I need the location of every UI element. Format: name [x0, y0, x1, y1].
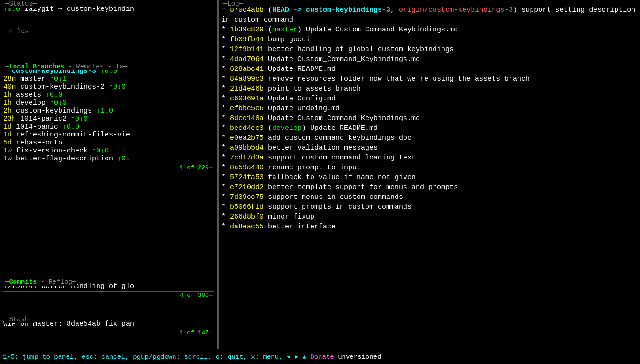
log-line-17: * 5724fa53 fallback to value if name not…	[221, 173, 637, 182]
log-line-16: * 8a59a440 rename prompt to input	[221, 163, 637, 173]
branch-name-rebase: rebase-onto	[12, 139, 62, 147]
commits-title: ─Commits - Reflog─	[4, 278, 77, 286]
branch-row-ckb[interactable]: 2h custom-keybindings ↑1↓0	[3, 107, 214, 115]
branch-row-1014p[interactable]: 1d 1014-panic ↑0↓0	[3, 123, 214, 131]
branch-row-rcfv[interactable]: 1d refreshing-commit-files-vie	[3, 131, 214, 139]
commits-pagination-num: 4 of 300	[180, 292, 209, 299]
log-line-6: * 628abc41 Update README.md	[221, 64, 637, 74]
branch-age-1w-f: 1w	[3, 147, 12, 155]
log-title: ─Log─	[222, 0, 244, 8]
branch-name-1014p2: 1014-panic2	[16, 115, 71, 123]
branches-pagination-num: 1 of 229	[180, 164, 209, 171]
status-title: ─Status─	[4, 0, 38, 8]
branch-age-5d: 5d	[3, 139, 12, 147]
commits-title-sep: -	[37, 278, 48, 286]
branch-counts-master: ↑0↓1	[50, 75, 67, 83]
branch-counts-ckb2: ↑0↓0	[109, 83, 126, 91]
files-title-text: Files	[9, 28, 29, 35]
branch-age-23h: 23h	[3, 115, 16, 123]
branch-counts-assets: ↑0↓0	[46, 91, 62, 99]
log-line-13: * e0ea2b75 add custom command keybinding…	[221, 133, 637, 143]
branch-age-28m: 28m	[3, 75, 16, 83]
log-line-1: * 870c4abb (HEAD -> custom-keybindings-3…	[221, 5, 637, 25]
branch-row-ckb2[interactable]: 40m custom-keybindings-2 ↑0↓0	[3, 83, 214, 91]
branch-age-1d-p: 1d	[3, 123, 12, 131]
files-title: ─Files─	[4, 28, 34, 35]
log-line-20: * b5066f1d support prompts in custom com…	[221, 202, 637, 212]
branch-row-1014p2[interactable]: 23h 1014-panic2 ↑0↓0	[3, 115, 214, 123]
bottom-bar-version-text: unversioned	[338, 353, 381, 361]
log-line-5: * 4dad7064 Update Custom_Command_Keybind…	[221, 54, 637, 64]
stash-pagination: 1 of 147─	[3, 329, 214, 336]
log-line-3: * fb09fb44 bump gocui	[221, 35, 637, 45]
bottom-bar-donate[interactable]: Donate	[310, 353, 334, 361]
branches-title-local[interactable]: Local Branches	[9, 63, 64, 70]
commits-section: ─Commits - Reflog─ 12f9b141 better handl…	[0, 279, 218, 316]
log-section: ─Log─ * 870c4abb (HEAD -> custom-keybind…	[218, 0, 640, 349]
branch-age-1w-b: 1w	[3, 155, 12, 163]
log-line-15: * 7cd17d3a support custom command loadin…	[221, 153, 637, 163]
log-line-2: * 1b39c829 (master) Update Custom_Comman…	[221, 25, 637, 35]
branches-pagination: 1 of 229─	[3, 164, 214, 171]
log-line-8: * 21d4e46b point to assets branch	[221, 84, 637, 94]
branch-name-ckb2: custom-keybindings-2	[16, 83, 109, 91]
branch-counts-bfd: ↑0↓	[117, 155, 130, 163]
branch-age-1h-a: 1h	[3, 91, 12, 99]
log-content: * 870c4abb (HEAD -> custom-keybindings-3…	[219, 0, 640, 345]
branch-row-bfd[interactable]: 1w better-flag-description ↑0↓	[3, 155, 214, 163]
status-title-dash-right: ─	[33, 0, 37, 8]
status-text: lazygit → custom-keybindin	[24, 5, 134, 13]
status-title-text: Status	[9, 0, 32, 8]
log-line-19: * 7d39cc75 support menus in custom comma…	[221, 192, 637, 202]
branches-content: * custom-keybindings-3 ↑0↓0 28m master ↑…	[0, 63, 217, 275]
stash-section: ─Stash─ WIP on master: 8dae54ab fix pan …	[0, 316, 218, 349]
stash-item[interactable]: WIP on master: 8dae54ab fix pan	[3, 320, 214, 328]
commits-title-text[interactable]: Commits	[9, 278, 37, 286]
log-line-4: * 12f9b141 better handling of global cus…	[221, 45, 637, 54]
bottom-bar-version	[334, 353, 338, 361]
commits-title-reflog[interactable]: Reflog	[48, 278, 72, 286]
branch-row-develop[interactable]: 1h develop ↑0↓0	[3, 99, 214, 107]
branch-name-develop: develop	[12, 99, 50, 107]
log-line-18: * e7210dd2 better template support for m…	[221, 182, 637, 192]
log-line-9: * c603691a Update Config.md	[221, 94, 637, 104]
branch-row-master[interactable]: 28m master ↑0↓1	[3, 75, 214, 83]
commits-pagination: 4 of 300─	[3, 291, 214, 299]
files-section: ─Files─	[0, 28, 218, 63]
branches-title: ─Local Branches - Remotes - Ta─	[4, 63, 129, 70]
branch-name-fvc: fix-version-check	[12, 147, 92, 155]
branch-row-assets[interactable]: 1h assets ↑0↓0	[3, 91, 214, 99]
bottom-bar-space	[306, 353, 310, 361]
branch-age-1h-d: 1h	[3, 99, 12, 107]
branches-title-sep1: -	[64, 63, 76, 70]
log-title-text: Log	[227, 0, 239, 8]
branch-age-40m: 40m	[3, 83, 16, 91]
branch-name-ckb: custom-keybindings	[12, 107, 96, 115]
branches-title-remotes[interactable]: Remotes	[76, 63, 104, 70]
branches-section: ─Local Branches - Remotes - Ta─ * custom…	[0, 63, 218, 279]
branch-name-master: master	[16, 75, 50, 83]
log-line-11: * 8dcc148a Update Custom_Command_Keybind…	[221, 114, 637, 123]
branch-age-2h: 2h	[3, 107, 12, 115]
status-section: ─Status─ ↑0↓0 lazygit → custom-keybindin	[0, 0, 218, 28]
log-line-14: * a09bb5d4 better validation messages	[221, 143, 637, 153]
branch-row-rebase[interactable]: 5d rebase-onto	[3, 139, 214, 147]
bottom-bar-keys: 1-5: jump to panel, esc: cancel, pgup/pg…	[3, 353, 306, 361]
branch-row-fvc[interactable]: 1w fix-version-check ↑0↓0	[3, 147, 214, 155]
branches-title-tags: Ta	[115, 63, 123, 70]
branch-counts-fvc: ↑0↓0	[92, 147, 109, 155]
branch-counts-1014p: ↑0↓0	[62, 123, 79, 131]
log-line-10: * efbbc5c6 Update Undoing.md	[221, 104, 637, 114]
branch-name-assets: assets	[12, 91, 46, 99]
branch-name-bfd: better-flag-description	[12, 155, 117, 163]
branch-counts-ckb: ↑1↓0	[96, 107, 113, 115]
stash-pagination-num: 1 of 147	[180, 329, 209, 336]
branch-counts-develop: ↑0↓0	[50, 99, 67, 107]
branch-age-1d-r: 1d	[3, 131, 12, 139]
log-line-21: * 266d8bf0 minor fixup	[221, 212, 637, 222]
log-line-12: * becd4cc3 (develop) Update README.md	[221, 123, 637, 133]
branch-counts-1014p2: ↑0↓0	[71, 115, 88, 123]
log-panel: ─Log─ * 870c4abb (HEAD -> custom-keybind…	[218, 0, 640, 349]
branches-title-sep2: -	[104, 63, 115, 70]
branch-name-1014p: 1014-panic	[12, 123, 62, 131]
